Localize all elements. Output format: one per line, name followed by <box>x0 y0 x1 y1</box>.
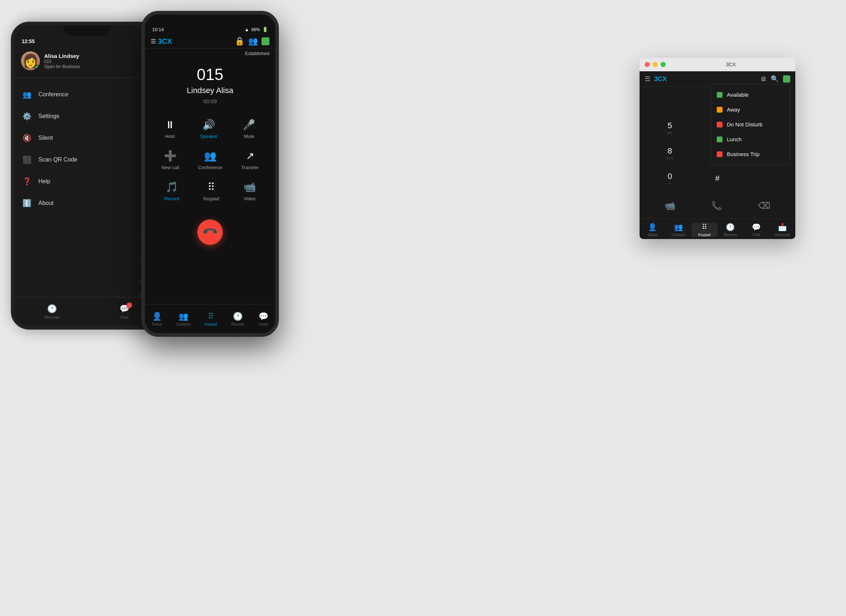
desktop-key-5[interactable]: 5 JKL <box>647 116 693 140</box>
desktop-tab-voicemail[interactable]: 📩 Voicemail <box>769 223 795 237</box>
desktop-tab-contacts[interactable]: 👥 Contacts <box>665 223 692 237</box>
phone2-notch <box>188 15 232 25</box>
desktop-bottom-bar: 👤 Status 👥 Contacts ⠿ Keypad 🕐 Recents 💬… <box>640 219 795 239</box>
call-duration: 00:09 <box>152 98 268 104</box>
status-business-trip[interactable]: Business Trip <box>711 147 790 162</box>
desktop-tab-chat[interactable]: 💬 Chat <box>743 223 770 237</box>
phone2-tab-chats[interactable]: 💬 Chats <box>258 312 268 326</box>
phone2-tab-status[interactable]: 👤 Status <box>152 312 162 326</box>
desktop-contacts-icon: 👥 <box>674 223 683 231</box>
phone2-tab-contacts[interactable]: 👥 Contacts <box>176 312 191 326</box>
new-call-button[interactable]: ➕ New call <box>162 150 179 170</box>
desktop-call-btn[interactable]: 📞 <box>708 198 725 214</box>
call-actions: ⏸ Hold 🔊 Speaker 🎤 Mute ➕ New call 👥 Con… <box>145 108 275 212</box>
status-dropdown: Available Away Do Not Disturb Lunch <box>711 84 790 165</box>
menu-label-about: About <box>38 200 54 206</box>
status-lunch[interactable]: Lunch <box>711 132 790 147</box>
transfer-button[interactable]: ↗ Transfer <box>241 150 258 170</box>
dial-row-3: 9 WXYZ <box>22 268 152 286</box>
desktop-tab-status[interactable]: 👤 Status <box>640 223 665 237</box>
key-5-num: 5 <box>668 121 672 130</box>
desktop-tab-recents[interactable]: 🕐 Recents <box>717 223 743 237</box>
menu-label-scan-qr: Scan QR Code <box>38 156 78 163</box>
group-icon[interactable]: 👥 <box>248 37 258 46</box>
desktop-search-icon[interactable]: 🔍 <box>771 75 778 83</box>
status-dot <box>34 65 39 69</box>
desktop-key-0[interactable]: 0 + <box>647 166 693 191</box>
menu-label-silent: Silent <box>38 135 53 141</box>
desktop-chat-icon: 💬 <box>752 223 761 231</box>
close-button[interactable] <box>645 62 650 67</box>
mute-button[interactable]: 🎤 Mute <box>242 119 255 139</box>
mute-icon: 🎤 <box>242 119 255 131</box>
menu-item-settings[interactable]: ⚙️ Settings <box>15 105 159 127</box>
record-button[interactable]: 🎵 Record <box>164 181 179 201</box>
desktop-status-dot[interactable]: Available Away Do Not Disturb Lunch <box>783 75 790 82</box>
menu-item-conference[interactable]: 👥 Conference <box>15 84 159 105</box>
chat-badge: 1 <box>126 302 132 308</box>
speaker-button[interactable]: 🔊 Speaker <box>200 119 217 139</box>
desktop-delete-btn[interactable]: ⌫ <box>755 198 773 214</box>
desktop-tool-icons: 🖥 🔍 Available Away <box>760 75 790 83</box>
desktop-screen-icon[interactable]: 🖥 <box>760 75 766 83</box>
menu-item-about[interactable]: ℹ️ About <box>15 192 159 214</box>
menu-item-scan-qr[interactable]: ⬛ Scan QR Code <box>15 149 159 171</box>
desktop-keypad-icon: ⠿ <box>702 223 707 231</box>
phone2-time: 10:14 <box>152 27 164 32</box>
desktop-logo: 3CX <box>654 75 760 83</box>
end-call-button[interactable]: 📞 <box>197 219 223 245</box>
window-controls <box>645 62 665 67</box>
wifi-icon: ▲ <box>244 27 249 32</box>
new-call-label: New call <box>162 165 179 170</box>
hold-button[interactable]: ⏸ Hold <box>165 119 175 139</box>
user-name: Alisa Lindsey <box>44 53 138 59</box>
dnd-label: Do Not Disturb <box>727 121 762 128</box>
desktop-call-icon: 📞 <box>711 201 722 211</box>
keypad-icon: ⠿ <box>207 181 215 193</box>
menu-item-help[interactable]: ❓ Help <box>15 171 159 192</box>
tab-chat[interactable]: 💬 1 Chat <box>119 304 129 319</box>
maximize-button[interactable] <box>661 62 665 67</box>
desktop-hamburger-icon[interactable]: ☰ <box>645 75 651 83</box>
status-indicator[interactable] <box>261 37 269 45</box>
lunch-label: Lunch <box>727 136 742 142</box>
desktop-key-8[interactable]: 8 TUV <box>647 141 693 165</box>
conference-icon: 👥 <box>21 89 32 100</box>
keypad-button[interactable]: ⠿ Keypad <box>203 181 219 201</box>
silent-icon: 🔇 <box>21 132 32 144</box>
window-title: 3CX <box>671 62 790 68</box>
desktop-tab-keypad[interactable]: ⠿ Keypad <box>691 223 717 237</box>
desktop-chat-label: Chat <box>753 233 760 237</box>
about-icon: ℹ️ <box>21 197 32 209</box>
conference-label: Conference <box>198 165 222 170</box>
tab-recents[interactable]: 🕐 Recents <box>44 304 59 319</box>
video-button[interactable]: 📹 Video <box>243 181 256 201</box>
phone2-tab-keypad[interactable]: ⠿ Keypad <box>205 312 217 326</box>
phone2-tab-recents[interactable]: 🕐 Recents <box>231 312 244 326</box>
menu-label-conference: Conference <box>38 91 68 98</box>
tab-chat-label: Chat <box>120 315 129 319</box>
desktop-video-btn[interactable]: 📹 <box>662 198 678 214</box>
status-away[interactable]: Away <box>711 102 790 117</box>
app-name: 3CX <box>158 37 172 46</box>
desktop-status-label: Status <box>648 233 658 237</box>
business-trip-indicator <box>717 151 723 157</box>
new-call-icon: ➕ <box>164 150 177 162</box>
status-available[interactable]: Available <box>711 87 790 102</box>
hamburger-icon[interactable]: ☰ <box>151 38 156 45</box>
status-dnd[interactable]: Do Not Disturb <box>711 117 790 132</box>
desktop-recents-label: Recents <box>724 233 737 237</box>
minimize-button[interactable] <box>653 62 658 67</box>
desktop-titlebar: 3CX <box>640 58 795 71</box>
menu-label-settings: Settings <box>38 113 59 119</box>
conference-button[interactable]: 👥 Conference <box>198 150 222 170</box>
avatar <box>21 51 40 70</box>
scan-qr-icon: ⬛ <box>21 154 32 166</box>
dial-row-2: 6 MNO <box>22 246 152 264</box>
lock-icon[interactable]: 🔒 <box>235 37 244 46</box>
hold-icon: ⏸ <box>165 119 175 131</box>
desktop-key-hash[interactable]: # <box>694 166 740 191</box>
key-0-sub: + <box>669 182 671 185</box>
menu-item-silent[interactable]: 🔇 Silent <box>15 127 159 149</box>
desktop-dial-actions: 📹 📞 ⌫ <box>640 194 795 219</box>
